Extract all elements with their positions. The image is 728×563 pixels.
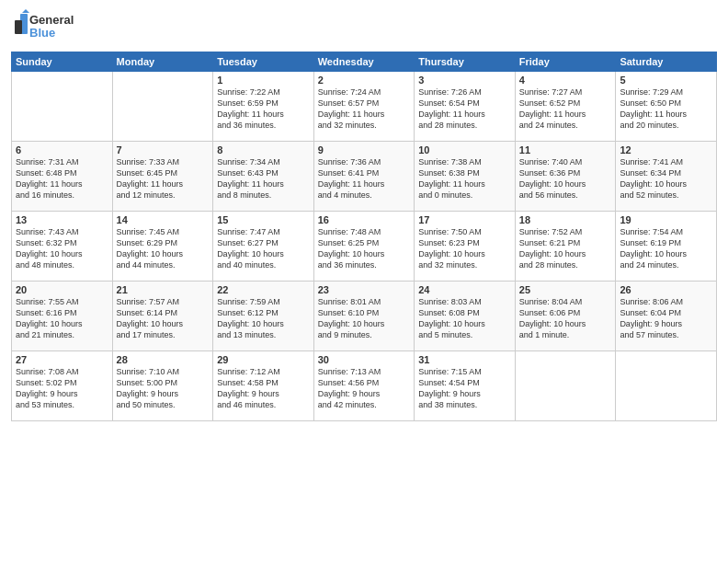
calendar-cell: 26Sunrise: 8:06 AM Sunset: 6:04 PM Dayli… (616, 282, 717, 351)
day-number: 25 (519, 284, 612, 295)
day-header-wednesday: Wednesday (313, 52, 415, 72)
cell-content: Sunrise: 7:52 AM Sunset: 6:21 PM Dayligh… (519, 226, 612, 271)
cell-content: Sunrise: 7:29 AM Sunset: 6:50 PM Dayligh… (620, 86, 712, 132)
day-number: 3 (418, 75, 511, 86)
day-number: 16 (318, 214, 411, 225)
day-number: 13 (16, 214, 108, 225)
day-number: 5 (620, 75, 712, 86)
calendar-cell: 29Sunrise: 7:12 AM Sunset: 4:58 PM Dayli… (213, 351, 314, 421)
logo-svg: General Blue (11, 9, 75, 46)
cell-content: Sunrise: 8:03 AM Sunset: 6:08 PM Dayligh… (418, 296, 511, 341)
calendar-cell: 15Sunrise: 7:47 AM Sunset: 6:27 PM Dayli… (213, 212, 314, 282)
calendar-cell (616, 351, 717, 421)
calendar-cell: 5Sunrise: 7:29 AM Sunset: 6:50 PM Daylig… (616, 72, 717, 142)
calendar-cell: 12Sunrise: 7:41 AM Sunset: 6:34 PM Dayli… (616, 142, 717, 212)
cell-content: Sunrise: 7:40 AM Sunset: 6:36 PM Dayligh… (519, 156, 612, 201)
cell-content: Sunrise: 7:34 AM Sunset: 6:43 PM Dayligh… (217, 156, 310, 201)
cell-content: Sunrise: 7:10 AM Sunset: 5:00 PM Dayligh… (117, 366, 210, 411)
cell-content: Sunrise: 7:33 AM Sunset: 6:45 PM Dayligh… (117, 156, 210, 201)
calendar-cell: 18Sunrise: 7:52 AM Sunset: 6:21 PM Dayli… (515, 212, 616, 282)
day-number: 2 (318, 75, 411, 86)
calendar-cell: 1Sunrise: 7:22 AM Sunset: 6:59 PM Daylig… (213, 72, 314, 142)
cell-content: Sunrise: 7:59 AM Sunset: 6:12 PM Dayligh… (217, 296, 310, 341)
day-number: 18 (519, 214, 612, 225)
cell-content: Sunrise: 7:38 AM Sunset: 6:38 PM Dayligh… (418, 156, 511, 201)
day-number: 17 (418, 214, 511, 225)
calendar-cell: 27Sunrise: 7:08 AM Sunset: 5:02 PM Dayli… (12, 351, 113, 421)
calendar-cell: 17Sunrise: 7:50 AM Sunset: 6:23 PM Dayli… (415, 212, 516, 282)
calendar-container: General Blue SundayMondayTuesdayWednesda… (0, 0, 728, 563)
svg-rect-4 (15, 20, 22, 34)
cell-content: Sunrise: 7:26 AM Sunset: 6:54 PM Dayligh… (418, 86, 511, 132)
cell-content: Sunrise: 7:48 AM Sunset: 6:25 PM Dayligh… (318, 226, 411, 271)
day-number: 23 (318, 284, 411, 295)
cell-content: Sunrise: 8:01 AM Sunset: 6:10 PM Dayligh… (318, 296, 411, 341)
day-number: 4 (519, 75, 612, 86)
calendar-cell (515, 351, 616, 421)
calendar-cell: 4Sunrise: 7:27 AM Sunset: 6:52 PM Daylig… (515, 72, 616, 142)
calendar-cell (112, 72, 213, 142)
day-header-thursday: Thursday (415, 52, 516, 72)
svg-text:Blue: Blue (29, 26, 55, 40)
day-number: 7 (117, 144, 210, 155)
header: General Blue (11, 9, 717, 46)
day-number: 8 (217, 144, 310, 155)
calendar-cell: 9Sunrise: 7:36 AM Sunset: 6:41 PM Daylig… (313, 142, 415, 212)
week-row-4: 20Sunrise: 7:55 AM Sunset: 6:16 PM Dayli… (12, 282, 717, 351)
calendar-cell: 6Sunrise: 7:31 AM Sunset: 6:48 PM Daylig… (12, 142, 113, 212)
cell-content: Sunrise: 8:04 AM Sunset: 6:06 PM Dayligh… (519, 296, 612, 341)
header-row: SundayMondayTuesdayWednesdayThursdayFrid… (12, 52, 717, 72)
calendar-cell: 13Sunrise: 7:43 AM Sunset: 6:32 PM Dayli… (12, 212, 113, 282)
cell-content: Sunrise: 7:24 AM Sunset: 6:57 PM Dayligh… (318, 86, 411, 132)
calendar-cell: 22Sunrise: 7:59 AM Sunset: 6:12 PM Dayli… (213, 282, 314, 351)
cell-content: Sunrise: 7:27 AM Sunset: 6:52 PM Dayligh… (519, 86, 612, 132)
cell-content: Sunrise: 7:57 AM Sunset: 6:14 PM Dayligh… (117, 296, 210, 341)
cell-content: Sunrise: 7:36 AM Sunset: 6:41 PM Dayligh… (318, 156, 411, 201)
cell-content: Sunrise: 7:13 AM Sunset: 4:56 PM Dayligh… (318, 366, 411, 411)
day-header-sunday: Sunday (12, 52, 113, 72)
day-number: 30 (318, 354, 411, 365)
day-number: 22 (217, 284, 310, 295)
day-header-tuesday: Tuesday (213, 52, 314, 72)
day-number: 24 (418, 284, 511, 295)
calendar-cell: 19Sunrise: 7:54 AM Sunset: 6:19 PM Dayli… (616, 212, 717, 282)
calendar-cell: 30Sunrise: 7:13 AM Sunset: 4:56 PM Dayli… (313, 351, 415, 421)
cell-content: Sunrise: 7:50 AM Sunset: 6:23 PM Dayligh… (418, 226, 511, 271)
cell-content: Sunrise: 7:22 AM Sunset: 6:59 PM Dayligh… (217, 86, 310, 132)
day-number: 31 (418, 354, 511, 365)
day-number: 26 (620, 284, 712, 295)
week-row-2: 6Sunrise: 7:31 AM Sunset: 6:48 PM Daylig… (12, 142, 717, 212)
calendar-cell: 7Sunrise: 7:33 AM Sunset: 6:45 PM Daylig… (112, 142, 213, 212)
week-row-5: 27Sunrise: 7:08 AM Sunset: 5:02 PM Dayli… (12, 351, 717, 421)
calendar-cell: 31Sunrise: 7:15 AM Sunset: 4:54 PM Dayli… (415, 351, 516, 421)
cell-content: Sunrise: 8:06 AM Sunset: 6:04 PM Dayligh… (620, 296, 712, 341)
day-number: 10 (418, 144, 511, 155)
day-header-saturday: Saturday (616, 52, 717, 72)
calendar-cell: 14Sunrise: 7:45 AM Sunset: 6:29 PM Dayli… (112, 212, 213, 282)
day-number: 28 (117, 354, 210, 365)
day-number: 29 (217, 354, 310, 365)
calendar-cell: 21Sunrise: 7:57 AM Sunset: 6:14 PM Dayli… (112, 282, 213, 351)
day-header-friday: Friday (515, 52, 616, 72)
day-number: 14 (117, 214, 210, 225)
cell-content: Sunrise: 7:45 AM Sunset: 6:29 PM Dayligh… (117, 226, 210, 271)
cell-content: Sunrise: 7:12 AM Sunset: 4:58 PM Dayligh… (217, 366, 310, 411)
cell-content: Sunrise: 7:54 AM Sunset: 6:19 PM Dayligh… (620, 226, 712, 271)
day-number: 20 (16, 284, 108, 295)
cell-content: Sunrise: 7:41 AM Sunset: 6:34 PM Dayligh… (620, 156, 712, 201)
cell-content: Sunrise: 7:31 AM Sunset: 6:48 PM Dayligh… (16, 156, 108, 201)
svg-text:General: General (29, 13, 74, 27)
cell-content: Sunrise: 7:43 AM Sunset: 6:32 PM Dayligh… (16, 226, 108, 271)
calendar-cell: 28Sunrise: 7:10 AM Sunset: 5:00 PM Dayli… (112, 351, 213, 421)
calendar-cell: 20Sunrise: 7:55 AM Sunset: 6:16 PM Dayli… (12, 282, 113, 351)
day-header-monday: Monday (112, 52, 213, 72)
day-number: 12 (620, 144, 712, 155)
calendar-table: SundayMondayTuesdayWednesdayThursdayFrid… (11, 52, 717, 421)
day-number: 6 (16, 144, 108, 155)
cell-content: Sunrise: 7:47 AM Sunset: 6:27 PM Dayligh… (217, 226, 310, 271)
calendar-cell: 10Sunrise: 7:38 AM Sunset: 6:38 PM Dayli… (415, 142, 516, 212)
cell-content: Sunrise: 7:08 AM Sunset: 5:02 PM Dayligh… (16, 366, 108, 411)
cell-content: Sunrise: 7:55 AM Sunset: 6:16 PM Dayligh… (16, 296, 108, 341)
calendar-cell: 24Sunrise: 8:03 AM Sunset: 6:08 PM Dayli… (415, 282, 516, 351)
day-number: 21 (117, 284, 210, 295)
